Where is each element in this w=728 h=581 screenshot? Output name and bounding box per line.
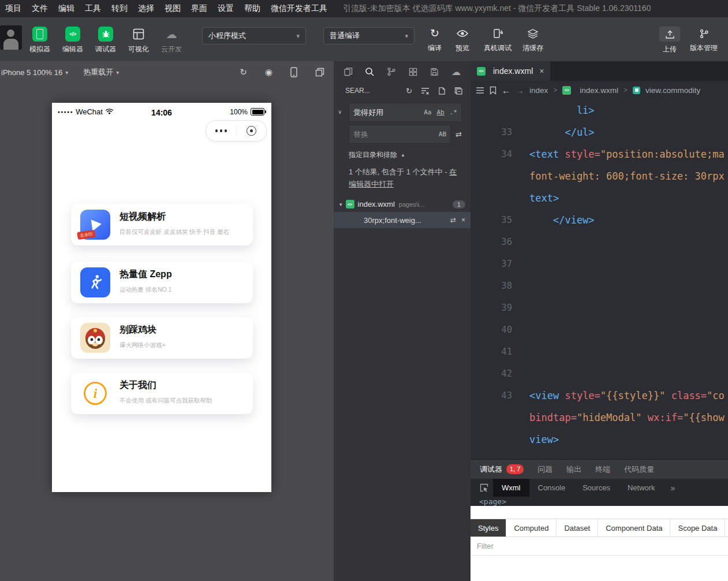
preserve-case-toggle[interactable]: AB [439,131,446,138]
tab-computed[interactable]: Computed [506,519,557,537]
code-line[interactable]: 43<view style="{{style}}" class="co [471,385,728,407]
menu-help[interactable]: 帮助 [239,3,266,14]
filter-input[interactable]: Filter [471,537,728,556]
clear-cache-button[interactable]: 清缓存 [519,27,547,53]
more-tabs-icon[interactable]: » [671,483,675,493]
code-line[interactable]: text> [471,187,728,209]
card-video-parse[interactable]: 去水印 短视频解析 目前仅可皮皮虾 皮皮搞笑 快手 抖音 最右 [71,204,253,245]
include-exclude-toggle[interactable]: 指定目录和排除 ▲ [349,150,462,160]
tab-sources[interactable]: Sources [574,479,619,497]
menu-selection[interactable]: 选择 [133,3,159,14]
code-line[interactable]: 33 </ul> [471,121,728,143]
collapse-all-icon[interactable] [454,87,463,95]
screenshot-icon[interactable] [315,68,324,77]
toggle-replace-icon[interactable]: ∨ [338,109,342,115]
extensions-icon[interactable] [407,66,419,77]
regex-toggle[interactable]: .* [450,109,457,116]
git-icon[interactable] [386,66,397,77]
device-frame-icon[interactable] [290,67,297,77]
breadcrumb-file[interactable]: index.wxml [580,86,618,95]
tab-wxml[interactable]: Wxml [493,479,529,497]
capsule-more-button[interactable] [206,121,236,141]
tab-network[interactable]: Network [619,479,664,497]
dismiss-match-icon[interactable]: × [461,216,465,224]
inspect-icon[interactable] [480,483,488,492]
code-line[interactable]: 42 [471,363,728,385]
preview-button[interactable]: 预览 [450,27,475,53]
breadcrumb-index[interactable]: index [529,86,548,95]
result-file-row[interactable]: ▾ <> index.wxml pages\i... 1 [334,196,471,212]
code-line[interactable]: 40 [471,319,728,341]
code-line[interactable]: view> [471,429,728,450]
cloud-dev-button[interactable]: ☁ 云开发 [158,27,185,54]
code-line[interactable]: 38 [471,275,728,297]
card-game[interactable]: 别踩鸡块 爆火网络小游戏+ [71,317,253,359]
breadcrumb-symbol[interactable]: view.commodity [645,86,700,95]
explorer-icon[interactable] [342,66,354,77]
editor-toggle-button[interactable]: </> 编辑器 [59,27,86,54]
menu-tools[interactable]: 工具 [80,3,106,14]
menu-view[interactable]: 视图 [159,3,186,14]
back-icon[interactable]: ← [502,85,510,95]
avatar[interactable] [0,25,22,50]
replace-match-icon[interactable]: ⇄ [450,216,456,224]
device-select[interactable]: iPhone 5 100% 16 ▾ [1,68,68,77]
code-line[interactable]: 34<text style="position:absolute;ma [471,143,728,165]
code-lines[interactable]: li>33 </ul>34<text style="position:absol… [471,99,728,459]
refresh-icon[interactable]: ↻ [240,67,247,77]
capsule-home-button[interactable] [237,121,267,141]
outline-icon[interactable] [476,87,484,94]
remote-debug-button[interactable]: 真机调试 [481,27,514,53]
menu-settings[interactable]: 设置 [212,3,239,14]
compile-button[interactable]: ↻ 编译 [422,27,447,53]
save-icon[interactable] [429,66,440,77]
code-line[interactable]: bindtap="hideModal" wx:if="{{show [471,407,728,429]
code-line[interactable]: 39 [471,297,728,319]
refresh-results-icon[interactable]: ↻ [406,87,412,95]
section-problems[interactable]: 问题 [537,464,552,475]
upload-button[interactable]: 上传 [657,27,682,54]
version-control-button[interactable]: 版本管理 [685,27,723,53]
code-line[interactable]: 37 [471,253,728,275]
debugger-toggle-button[interactable]: 调试器 [92,27,119,54]
section-output[interactable]: 输出 [566,464,581,475]
tab-dataset[interactable]: Dataset [557,519,598,537]
open-search-editor-icon[interactable] [438,87,446,95]
card-about[interactable]: i 关于我们 不会使用 或有问题可点我获取帮助 [71,373,253,414]
code-line[interactable]: 35 </view> [471,209,728,231]
tab-console[interactable]: Console [529,479,574,497]
section-terminal[interactable]: 终端 [595,464,610,475]
code-line[interactable]: li> [471,99,728,121]
mode-select[interactable]: 小程序模式 ▾ [202,27,306,44]
section-debugger[interactable]: 调试器 1, 7 [480,464,524,475]
result-match-row[interactable]: 30rpx;font-weig... ⇄ × [334,212,471,228]
search-input[interactable]: 觉得好用 Aa Ab .* [349,103,462,122]
tab-component-data[interactable]: Component Data [598,519,670,537]
match-case-toggle[interactable]: Aa [424,109,431,116]
simulator-toggle-button[interactable]: 模拟器 [27,27,53,54]
code-line[interactable]: 36 [471,231,728,253]
tab-styles[interactable]: Styles [471,519,506,537]
menu-file[interactable]: 文件 [27,3,53,14]
record-icon[interactable]: ◉ [265,67,272,77]
tab-scope-data[interactable]: Scope Data [670,519,725,537]
section-code-quality[interactable]: 代码质量 [624,464,654,475]
menu-interface[interactable]: 界面 [186,3,212,14]
close-tab-icon[interactable]: × [539,66,544,76]
code-line[interactable]: font-weight: 600;font-size: 30rpx [471,165,728,187]
forward-icon[interactable]: → [516,85,524,95]
hot-reload-select[interactable]: 热重载开 ▾ [83,67,119,77]
card-zepp[interactable]: 热量值 Zepp 运动热量 排名NO.1 [71,262,253,303]
whole-word-toggle[interactable]: Ab [437,109,445,116]
cloud-icon[interactable]: ☁ [450,66,462,77]
menu-devtools[interactable]: 微信开发者工具 [266,3,333,14]
menu-goto[interactable]: 转到 [106,3,133,14]
clear-results-icon[interactable] [421,87,430,95]
compile-mode-select[interactable]: 普通编译 ▾ [323,27,415,44]
replace-input[interactable]: 替换 AB [349,125,451,144]
code-line[interactable]: 41 [471,341,728,363]
element-tree-node[interactable]: <page> [471,497,728,506]
search-icon[interactable] [364,66,375,77]
visualization-button[interactable]: 可视化 [125,27,152,54]
menu-edit[interactable]: 编辑 [53,3,80,14]
